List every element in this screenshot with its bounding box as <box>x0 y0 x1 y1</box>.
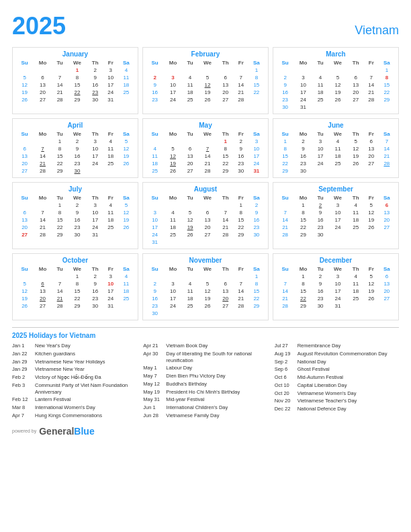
cal-day: 29 <box>52 167 68 175</box>
cal-day: 11 <box>328 145 347 152</box>
holiday-item: Jan 22Kitchen guardians <box>12 351 136 357</box>
cal-day: 9 <box>67 145 87 152</box>
holiday-date: May 1 <box>143 365 163 371</box>
cal-day: 8 <box>277 145 293 152</box>
day-header-th: Th <box>218 265 234 273</box>
cal-day: 2 <box>293 138 313 145</box>
cal-day: 23 <box>234 160 248 167</box>
day-header-we: We <box>67 59 87 66</box>
cal-day: 6 <box>379 273 395 280</box>
cal-day: 3 <box>248 138 265 145</box>
cal-day <box>163 310 183 317</box>
cal-day: 11 <box>313 81 328 89</box>
cal-day: 31 <box>87 231 103 238</box>
cal-day: 2 <box>234 138 248 145</box>
cal-day: 16 <box>146 89 163 96</box>
cal-day: 13 <box>16 152 33 160</box>
cal-day: 12 <box>197 287 217 295</box>
cal-day: 30 <box>313 231 328 238</box>
cal-day: 12 <box>163 152 183 160</box>
powered-by-text: powered by <box>12 429 36 433</box>
day-header-fr: Fr <box>234 130 248 138</box>
cal-day: 1 <box>52 202 68 209</box>
holiday-name: President Ho Chi Minh's Birthday <box>166 389 240 396</box>
cal-day: 10 <box>163 81 183 89</box>
holiday-date: Oct 6 <box>275 374 295 381</box>
cal-day <box>118 231 134 238</box>
cal-day <box>52 66 68 74</box>
cal-day: 10 <box>313 145 328 152</box>
cal-day <box>218 66 234 74</box>
cal-day: 11 <box>118 280 134 287</box>
cal-day <box>328 167 347 175</box>
day-header-th: Th <box>348 130 364 138</box>
cal-day: 27 <box>33 302 52 310</box>
cal-day: 6 <box>197 209 217 216</box>
cal-day: 13 <box>218 81 234 89</box>
cal-day: 1 <box>379 66 395 74</box>
cal-day: 18 <box>328 152 347 160</box>
cal-day: 4 <box>183 280 198 287</box>
cal-day: 5 <box>348 138 364 145</box>
cal-day: 25 <box>146 167 163 175</box>
cal-day: 17 <box>293 89 313 96</box>
holiday-item: Dec 22National Defence Day <box>275 406 399 412</box>
cal-day: 29 <box>277 167 293 175</box>
cal-day: 5 <box>364 202 379 209</box>
cal-day: 27 <box>348 96 364 103</box>
month-name: November <box>146 257 265 264</box>
cal-day: 9 <box>87 74 103 81</box>
cal-day: 28 <box>33 231 52 238</box>
cal-day <box>293 66 313 74</box>
cal-day: 13 <box>348 81 364 89</box>
cal-day: 12 <box>16 287 33 295</box>
cal-day: 14 <box>52 81 68 89</box>
holiday-date: Mar 8 <box>12 404 32 411</box>
cal-day: 20 <box>16 224 33 231</box>
day-header-sa: Sa <box>379 59 395 66</box>
cal-day: 28 <box>277 231 293 238</box>
cal-day: 9 <box>234 145 248 152</box>
day-header-tu: Tu <box>52 265 68 273</box>
cal-day <box>234 310 248 317</box>
day-header-th: Th <box>218 59 234 66</box>
cal-day: 28 <box>277 302 293 310</box>
cal-day: 30 <box>313 302 328 310</box>
cal-day: 20 <box>33 89 52 96</box>
cal-day: 3 <box>163 280 183 287</box>
cal-day: 23 <box>146 96 163 103</box>
day-header-th: Th <box>87 59 103 66</box>
cal-day: 1 <box>52 138 68 145</box>
cal-day: 27 <box>364 160 379 167</box>
header: 2025 Vietnam <box>12 12 399 40</box>
holiday-date: Apr 21 <box>143 343 163 349</box>
cal-day: 2 <box>146 74 163 81</box>
cal-day: 2 <box>277 74 293 81</box>
holiday-item: May 12Buddha's Birthday <box>143 381 267 388</box>
cal-day <box>348 231 364 238</box>
cal-day: 24 <box>87 160 103 167</box>
brand-blue: Blue <box>74 426 94 437</box>
day-header-we: We <box>328 265 347 273</box>
cal-day: 6 <box>16 145 33 152</box>
cal-day: 31 <box>146 238 163 246</box>
cal-table: SuMoTuWeThFrSa12345678910111213141516171… <box>277 265 395 310</box>
cal-day: 19 <box>348 152 364 160</box>
holiday-item: Apr 7Hung Kings Commemorations <box>12 412 136 419</box>
day-header-th: Th <box>218 194 234 202</box>
day-header-tu: Tu <box>183 130 198 138</box>
day-header-tu: Tu <box>52 130 68 138</box>
cal-day: 26 <box>163 167 183 175</box>
cal-day: 5 <box>364 273 379 280</box>
month-block-july: JulySuMoTuWeThFrSa1234567891011121314151… <box>12 182 138 249</box>
cal-day: 28 <box>33 167 52 175</box>
cal-day: 20 <box>197 224 217 231</box>
cal-day: 17 <box>103 287 118 295</box>
cal-day: 1 <box>67 273 87 280</box>
cal-day: 5 <box>197 280 217 287</box>
cal-day: 21 <box>234 89 248 96</box>
holiday-date: Feb 12 <box>12 396 32 403</box>
cal-day: 18 <box>103 216 118 224</box>
day-header-th: Th <box>348 265 364 273</box>
cal-day: 20 <box>379 216 395 224</box>
